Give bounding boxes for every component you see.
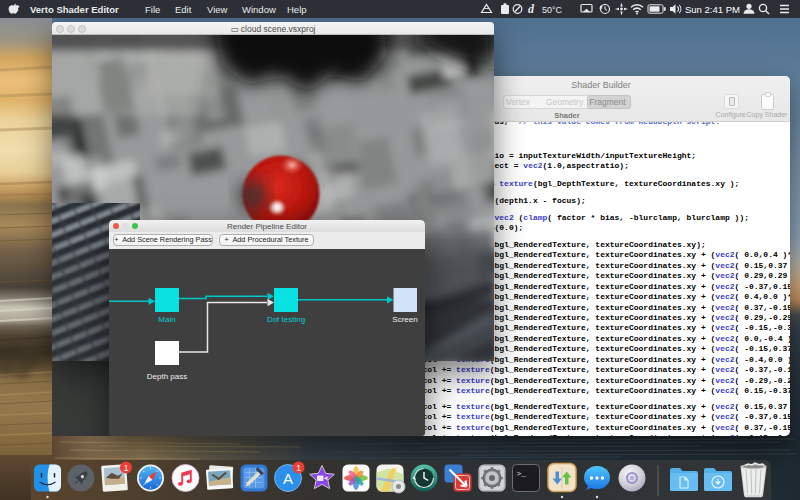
svg-text:Sun 2:41 PM: Sun 2:41 PM (685, 4, 740, 15)
svg-text:d: d (528, 2, 535, 16)
svg-text:A: A (283, 470, 293, 487)
svg-text:1: 1 (124, 463, 129, 473)
svg-text:1: 1 (296, 463, 301, 473)
svg-text:50°C: 50°C (542, 5, 563, 15)
svg-text:>_: >_ (517, 469, 527, 478)
